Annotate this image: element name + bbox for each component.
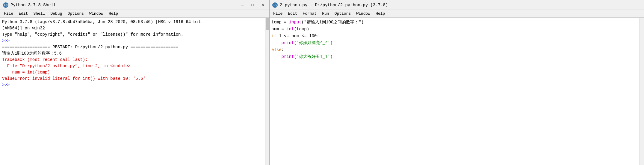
editor-menu-edit[interactable]: Edit bbox=[285, 11, 300, 16]
editor-menu-file[interactable]: File bbox=[271, 11, 285, 16]
shell-line-2: (AMD64)] on win32 bbox=[2, 25, 263, 32]
shell-line-1: Python 3.7.8 (tags/v3.7.8:4b47a5b6ba, Ju… bbox=[2, 19, 263, 25]
shell-input-line: 请输入1到100之间的数字：5.6 bbox=[2, 50, 263, 57]
code-line-4: print('你妹好漂亮^_^') bbox=[271, 40, 638, 46]
editor-menu-format[interactable]: Format bbox=[300, 11, 319, 16]
python-editor-icon: Py bbox=[272, 2, 278, 8]
code-line-1: temp = input("请输入1到100之间的数字：") bbox=[271, 19, 638, 26]
code-line-2: num = int(temp) bbox=[271, 26, 638, 33]
shell-close-button[interactable]: ✕ bbox=[258, 2, 267, 8]
shell-menu-window[interactable]: Window bbox=[87, 11, 106, 16]
editor-content-area: temp = input("请输入1到100之间的数字：") num = int… bbox=[270, 18, 644, 165]
shell-prompt-1: >>> bbox=[2, 38, 263, 44]
editor-scrollbar[interactable] bbox=[640, 18, 644, 165]
shell-window: Py Python 3.7.8 Shell ─ □ ✕ File Edit Sh… bbox=[0, 0, 270, 165]
editor-title-bar: Py 2 python.py - D:/python/2 python.py (… bbox=[270, 0, 644, 10]
shell-separator: =================== RESTART: D:/python/2… bbox=[2, 44, 263, 50]
shell-menu-options[interactable]: Options bbox=[65, 11, 86, 16]
shell-window-controls: ─ □ ✕ bbox=[238, 2, 267, 8]
python-shell-icon: Py bbox=[3, 2, 9, 8]
shell-traceback-1: Traceback (most recent call last): bbox=[2, 57, 263, 63]
code-line-3: if 1 <= num <= 100: bbox=[271, 33, 638, 40]
shell-maximize-button[interactable]: □ bbox=[248, 2, 257, 8]
editor-code[interactable]: temp = input("请输入1到100之间的数字：") num = int… bbox=[270, 18, 640, 165]
editor-menu-window[interactable]: Window bbox=[354, 11, 373, 16]
shell-minimize-button[interactable]: ─ bbox=[238, 2, 247, 8]
editor-menu-bar: File Edit Format Run Options Window Help bbox=[270, 10, 644, 18]
shell-content-area: Python 3.7.8 (tags/v3.7.8:4b47a5b6ba, Ju… bbox=[0, 18, 269, 165]
shell-scrollbar[interactable] bbox=[265, 18, 269, 165]
svg-text:Py: Py bbox=[273, 4, 277, 7]
shell-menu-bar: File Edit Shell Debug Options Window Hel… bbox=[0, 10, 269, 18]
svg-text:Py: Py bbox=[4, 4, 8, 7]
shell-output[interactable]: Python 3.7.8 (tags/v3.7.8:4b47a5b6ba, Ju… bbox=[0, 18, 265, 165]
shell-prompt-2: >>> bbox=[2, 82, 263, 88]
editor-menu-run[interactable]: Run bbox=[320, 11, 331, 16]
editor-title: 2 python.py - D:/python/2 python.py (3.7… bbox=[280, 3, 641, 8]
shell-menu-edit[interactable]: Edit bbox=[16, 11, 30, 16]
shell-valueerror: ValueError: invalid literal for int() wi… bbox=[2, 76, 263, 82]
code-line-6: print('你大爷好丑T_T') bbox=[271, 53, 638, 60]
shell-traceback-2: File "D:/python/2 python.py", line 2, in… bbox=[2, 63, 263, 69]
shell-menu-help[interactable]: Help bbox=[106, 11, 120, 16]
shell-line-3: Type "help", "copyright", "credits" or "… bbox=[2, 32, 263, 38]
shell-menu-debug[interactable]: Debug bbox=[48, 11, 64, 16]
shell-menu-file[interactable]: File bbox=[1, 11, 16, 16]
shell-scrollbar-thumb[interactable] bbox=[266, 18, 269, 30]
editor-menu-help[interactable]: Help bbox=[373, 11, 387, 16]
editor-menu-options[interactable]: Options bbox=[332, 11, 353, 16]
shell-menu-shell[interactable]: Shell bbox=[31, 11, 47, 16]
editor-window: Py 2 python.py - D:/python/2 python.py (… bbox=[270, 0, 644, 165]
shell-traceback-3: num = int(temp) bbox=[2, 69, 263, 76]
code-line-5: else: bbox=[271, 46, 638, 53]
shell-title: Python 3.7.8 Shell bbox=[10, 3, 236, 8]
shell-title-bar: Py Python 3.7.8 Shell ─ □ ✕ bbox=[0, 0, 269, 10]
